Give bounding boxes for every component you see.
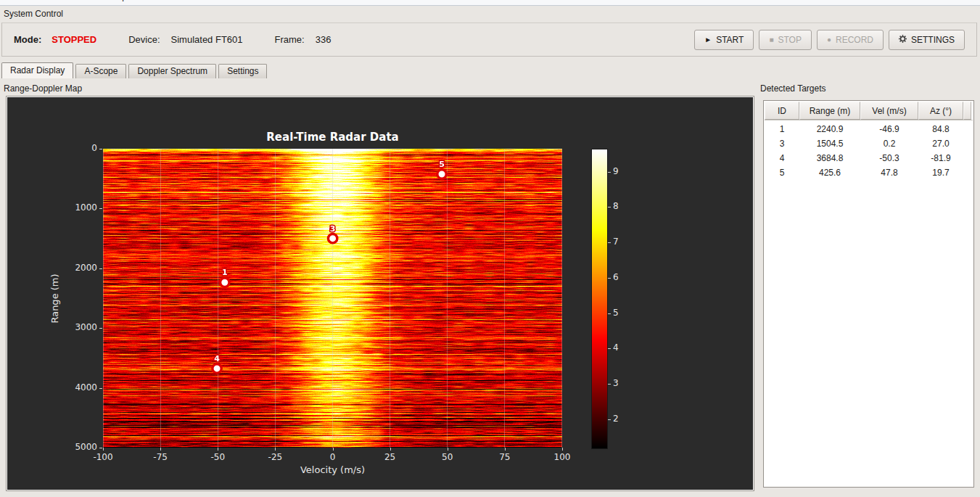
range-doppler-map-label: Range-Doppler Map [4,83,82,94]
x-axis-label: Velocity (m/s) [103,464,562,475]
y-tick-label: 3000 [59,322,97,332]
tab-doppler-spectrum[interactable]: Doppler Spectrum [128,64,216,78]
table-cell: 425.6 [799,165,860,180]
table-cell: 3684.8 [799,151,860,165]
targets-table-header: IDRange (m)Vel (m/s)Az (°) [765,102,973,120]
range-doppler-figure: Real-Time Radar Data Velocity (m/s) Rang… [7,97,753,490]
menu-help[interactable]: Help [101,0,135,5]
y-tick-label: 1000 [59,202,97,213]
colorbar-tick-label: 5 [613,308,630,318]
menu-file[interactable]: File [0,0,30,5]
system-control-label: System Control [4,9,63,19]
x-tick-label: 50 [429,452,466,462]
mode-label: Mode: [14,34,41,45]
table-cell: 1 [765,122,799,136]
system-control-panel: Mode: STOPPED Device: Simulated FT601 Fr… [1,22,977,57]
x-tick-label: 0 [315,452,351,462]
colorbar-tick-mark [608,242,611,243]
x-tick-mark [562,448,563,451]
colorbar-tick-mark [608,419,611,420]
x-tick-mark [103,448,104,451]
menu-tools[interactable]: Tools [65,0,101,5]
y-tick-mark [99,328,102,329]
table-cell: 3 [765,136,799,151]
x-tick-mark [390,448,391,451]
gear-icon [899,35,907,44]
device-label: Device: [128,34,160,45]
menu-bar: File View Tools Help [0,0,980,6]
column-header[interactable]: Vel (m/s) [860,102,918,120]
stop-button[interactable]: ■ STOP [759,30,812,50]
y-tick-label: 4000 [59,382,97,393]
x-tick-label: -50 [199,452,236,462]
table-cell: 84.8 [918,122,963,136]
colorbar-tick-mark [608,278,611,279]
menu-view[interactable]: View [30,0,65,5]
tab-bar: Radar Display A-Scope Doppler Spectrum S… [1,62,269,78]
colorbar-tick-mark [608,313,611,314]
frame-value: 336 [316,34,332,45]
mode-value: STOPPED [52,34,96,45]
column-header[interactable]: ID [765,102,799,120]
table-row[interactable]: 5425.647.819.7 [765,165,973,180]
x-tick-mark [218,448,218,451]
y-tick-label: 0 [59,143,97,153]
detected-targets-panel: IDRange (m)Vel (m/s)Az (°) 12240.9-46.98… [763,100,974,488]
table-cell: 1504.5 [799,136,860,151]
x-tick-label: 25 [372,452,408,462]
table-cell: -46.9 [860,122,918,136]
colorbar-tick-mark [608,384,611,385]
colorbar-tick-mark [608,207,611,208]
play-icon: ► [704,36,712,44]
column-header[interactable]: Range (m) [799,102,860,120]
y-tick-mark [99,208,102,209]
column-header[interactable]: Az (°) [918,102,963,120]
start-button[interactable]: ► START [694,30,754,50]
colorbar-tick-label: 9 [613,166,630,176]
colorbar-tick-mark [608,348,611,349]
x-tick-mark [505,448,506,451]
device-value: Simulated FT601 [171,34,243,45]
table-row[interactable]: 12240.9-46.984.8 [765,122,973,136]
colorbar-tick-label: 4 [613,342,630,353]
record-icon: ● [827,36,831,44]
tab-a-scope[interactable]: A-Scope [75,64,126,78]
y-tick-mark [99,388,102,389]
tab-settings[interactable]: Settings [218,64,267,78]
table-cell: 47.8 [860,165,918,180]
y-tick-label: 2000 [59,263,97,273]
range-doppler-heatmap [103,149,562,448]
record-button[interactable]: ● RECORD [817,30,884,50]
tab-radar-display[interactable]: Radar Display [1,62,73,78]
table-cell: -50.3 [860,151,918,165]
plot-title: Real-Time Radar Data [103,131,562,144]
x-tick-mark [333,448,334,451]
table-cell: 0.2 [860,136,918,151]
table-row[interactable]: 31504.50.227.0 [765,136,973,151]
x-tick-mark [275,448,276,451]
y-axis-label: Range (m) [49,274,60,324]
colorbar-tick-label: 2 [613,414,630,424]
settings-button[interactable]: SETTINGS [889,30,965,50]
colorbar-tick-label: 3 [613,378,630,388]
detected-targets-label: Detected Targets [760,83,826,94]
colorbar-tick-label: 7 [613,237,630,247]
table-cell: -81.9 [918,151,963,165]
table-cell: 5 [765,165,799,180]
colorbar [591,149,608,449]
x-tick-label: 75 [487,452,523,462]
x-tick-label: -25 [257,452,293,462]
frame-label: Frame: [275,34,305,45]
colorbar-tick-mark [608,172,611,173]
column-header[interactable] [963,102,971,120]
y-tick-mark [99,448,102,448]
colorbar-tick-label: 6 [613,272,630,282]
table-cell: 2240.9 [799,122,860,136]
x-tick-label: 100 [544,452,580,462]
y-tick-label: 5000 [59,442,97,452]
table-row[interactable]: 43684.8-50.3-81.9 [765,151,973,165]
x-tick-label: -75 [142,452,178,462]
x-tick-mark [448,448,448,451]
colorbar-tick-label: 8 [613,201,630,211]
table-cell: 19.7 [918,165,963,180]
